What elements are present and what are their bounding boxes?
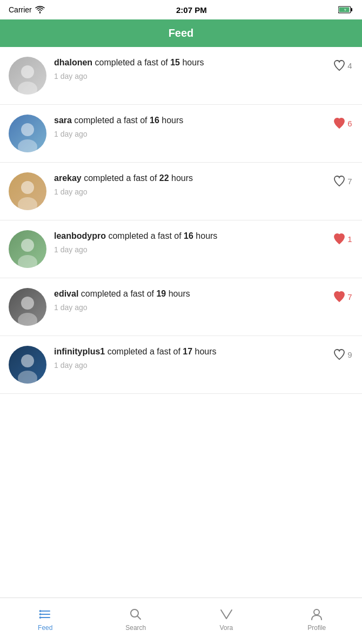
avatar[interactable] (9, 57, 46, 95)
avatar[interactable] (9, 288, 46, 326)
feed-item: arekay completed a fast of 22 hours1 day… (0, 163, 362, 220)
avatar[interactable] (9, 172, 46, 210)
username[interactable]: dhalonen (54, 58, 92, 67)
tab-bar: Feed Search Vora Profile (0, 598, 362, 644)
fast-hours: 19 (156, 289, 166, 298)
like-count: 4 (347, 61, 352, 70)
header: Feed (0, 19, 362, 47)
tab-search[interactable]: Search (91, 598, 182, 644)
heart-icon (333, 232, 346, 245)
svg-line-22 (138, 616, 141, 619)
feed-timestamp: 1 day ago (54, 361, 324, 370)
svg-point-4 (18, 82, 37, 95)
svg-point-6 (18, 139, 37, 152)
feed-text: leanbodypro completed a fast of 16 hours (54, 230, 324, 242)
feed-text: sara completed a fast of 16 hours (54, 115, 324, 126)
vora-tab-icon (219, 607, 234, 622)
username[interactable]: leanbodypro (54, 231, 106, 240)
feed-content: edival completed a fast of 19 hours1 day… (54, 288, 324, 312)
svg-point-8 (18, 197, 37, 210)
page-title: Feed (8, 27, 354, 39)
fast-hours: 15 (170, 58, 180, 67)
tab-profile[interactable]: Profile (272, 598, 363, 644)
tab-label-search: Search (125, 624, 146, 632)
svg-point-19 (39, 613, 41, 615)
username[interactable]: sara (54, 116, 72, 125)
username[interactable]: edival (54, 289, 78, 298)
carrier-info: Carrier (9, 5, 45, 14)
heart-icon (333, 290, 346, 303)
feed-text: dhalonen completed a fast of 15 hours (54, 57, 324, 69)
like-area: 9 (332, 346, 353, 361)
feed-item: infinityplus1 completed a fast of 17 hou… (0, 336, 362, 394)
wifi-icon (35, 6, 45, 14)
avatar[interactable] (9, 346, 46, 384)
fast-hours: 17 (183, 347, 192, 356)
avatar-silhouette (9, 57, 46, 95)
avatar-silhouette (9, 346, 46, 384)
tab-feed[interactable]: Feed (0, 598, 91, 644)
svg-point-14 (18, 371, 37, 384)
like-button[interactable]: 7 (333, 290, 352, 303)
feed-content: dhalonen completed a fast of 15 hours1 d… (54, 57, 324, 81)
fast-hours: 16 (184, 231, 193, 240)
svg-point-20 (39, 616, 41, 618)
feed-list: dhalonen completed a fast of 15 hours1 d… (0, 47, 362, 598)
tab-label-vora: Vora (219, 624, 233, 632)
tab-label-feed: Feed (38, 624, 52, 632)
feed-text: infinityplus1 completed a fast of 17 hou… (54, 346, 324, 358)
like-count: 7 (347, 292, 352, 301)
svg-rect-1 (351, 8, 352, 11)
svg-point-12 (18, 313, 37, 326)
feed-timestamp: 1 day ago (54, 130, 324, 138)
like-button[interactable]: 1 (333, 232, 352, 245)
fast-hours: 22 (159, 173, 169, 183)
svg-point-9 (21, 239, 34, 252)
feed-item: sara completed a fast of 16 hours1 day a… (0, 105, 362, 163)
svg-point-18 (39, 610, 41, 612)
tab-vora[interactable]: Vora (181, 598, 272, 644)
like-count: 1 (347, 234, 352, 244)
profile-tab-icon (309, 607, 324, 622)
svg-point-5 (21, 123, 34, 136)
svg-point-7 (21, 181, 34, 194)
feed-item: leanbodypro completed a fast of 16 hours… (0, 220, 362, 278)
svg-point-13 (21, 354, 34, 367)
avatar-silhouette (9, 172, 46, 210)
battery-icon (338, 6, 353, 14)
like-button[interactable]: 7 (333, 175, 352, 187)
carrier-text: Carrier (9, 5, 32, 14)
avatar-silhouette (9, 115, 46, 152)
tab-label-profile: Profile (307, 624, 326, 632)
like-area: 6 (332, 115, 353, 130)
avatar[interactable] (9, 115, 46, 152)
heart-icon (333, 117, 346, 130)
feed-content: arekay completed a fast of 22 hours1 day… (54, 172, 324, 196)
like-count: 9 (347, 350, 352, 359)
like-button[interactable]: 4 (333, 59, 352, 72)
feed-text: arekay completed a fast of 22 hours (54, 172, 324, 184)
username[interactable]: infinityplus1 (54, 347, 105, 356)
like-area: 1 (332, 230, 353, 245)
feed-timestamp: 1 day ago (54, 72, 324, 81)
like-area: 7 (332, 288, 353, 303)
like-button[interactable]: 9 (333, 348, 352, 361)
like-count: 6 (347, 119, 352, 128)
feed-timestamp: 1 day ago (54, 303, 324, 312)
svg-rect-2 (339, 8, 349, 12)
avatar[interactable] (9, 230, 46, 268)
feed-timestamp: 1 day ago (54, 245, 324, 254)
heart-icon (333, 175, 346, 187)
status-time: 2:07 PM (176, 5, 207, 15)
status-bar: Carrier 2:07 PM (0, 0, 362, 19)
like-button[interactable]: 6 (333, 117, 352, 130)
feed-text: edival completed a fast of 19 hours (54, 288, 324, 300)
feed-content: sara completed a fast of 16 hours1 day a… (54, 115, 324, 138)
username[interactable]: arekay (54, 173, 82, 183)
heart-icon (333, 59, 346, 72)
battery-area (338, 6, 353, 14)
svg-point-3 (21, 65, 34, 78)
feed-content: infinityplus1 completed a fast of 17 hou… (54, 346, 324, 370)
avatar-silhouette (9, 288, 46, 326)
svg-point-11 (21, 297, 34, 310)
